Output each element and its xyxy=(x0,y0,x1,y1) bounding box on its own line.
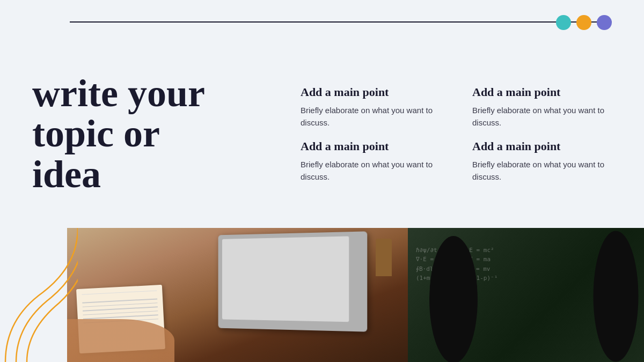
dot-group xyxy=(556,15,612,30)
point-2: Add a main point Briefly elaborate on wh… xyxy=(472,85,623,129)
point-2-desc: Briefly elaborate on what you want to di… xyxy=(472,105,623,129)
point-1: Add a main point Briefly elaborate on wh… xyxy=(301,85,451,129)
point-3: Add a main point Briefly elaborate on wh… xyxy=(301,139,451,183)
point-4-desc: Briefly elaborate on what you want to di… xyxy=(472,159,623,183)
points-grid: Add a main point Briefly elaborate on wh… xyxy=(290,85,623,183)
point-3-desc: Briefly elaborate on what you want to di… xyxy=(301,159,451,183)
dot-teal xyxy=(556,15,571,30)
point-3-title: Add a main point xyxy=(301,139,451,153)
title-section: write your topic or idea xyxy=(32,73,290,195)
point-1-title: Add a main point xyxy=(301,85,451,99)
point-2-title: Add a main point xyxy=(472,85,623,99)
dot-purple xyxy=(597,15,612,30)
point-1-desc: Briefly elaborate on what you want to di… xyxy=(301,105,451,129)
image-study-scene xyxy=(67,228,408,362)
bottom-images-section: ℏ∂ψ/∂t = Hψ E = mc² ∇·E = ρ/ε₀ F = ma ∮B… xyxy=(0,228,644,362)
point-4-title: Add a main point xyxy=(472,139,623,153)
page-title: write your topic or idea xyxy=(32,73,274,195)
main-content: write your topic or idea Add a main poin… xyxy=(0,35,644,233)
dot-orange xyxy=(576,15,591,30)
arc-decoration xyxy=(0,223,78,362)
top-divider xyxy=(70,21,612,23)
image-classroom-scene: ℏ∂ψ/∂t = Hψ E = mc² ∇·E = ρ/ε₀ F = ma ∮B… xyxy=(408,228,644,362)
point-4: Add a main point Briefly elaborate on wh… xyxy=(472,139,623,183)
